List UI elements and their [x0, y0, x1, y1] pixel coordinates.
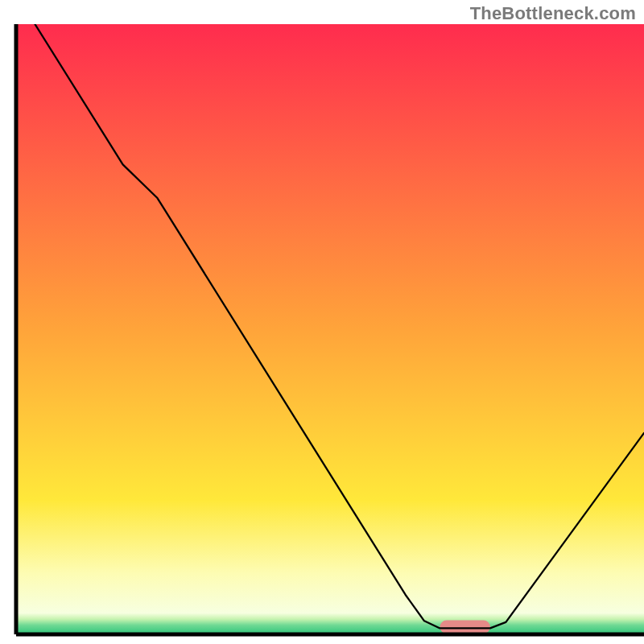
chart-stage: TheBottleneck.com: [0, 0, 644, 644]
optimal-range-marker: [440, 621, 490, 634]
watermark-text: TheBottleneck.com: [470, 3, 636, 24]
bottleneck-chart: [0, 0, 644, 644]
gradient-background: [16, 24, 644, 634]
